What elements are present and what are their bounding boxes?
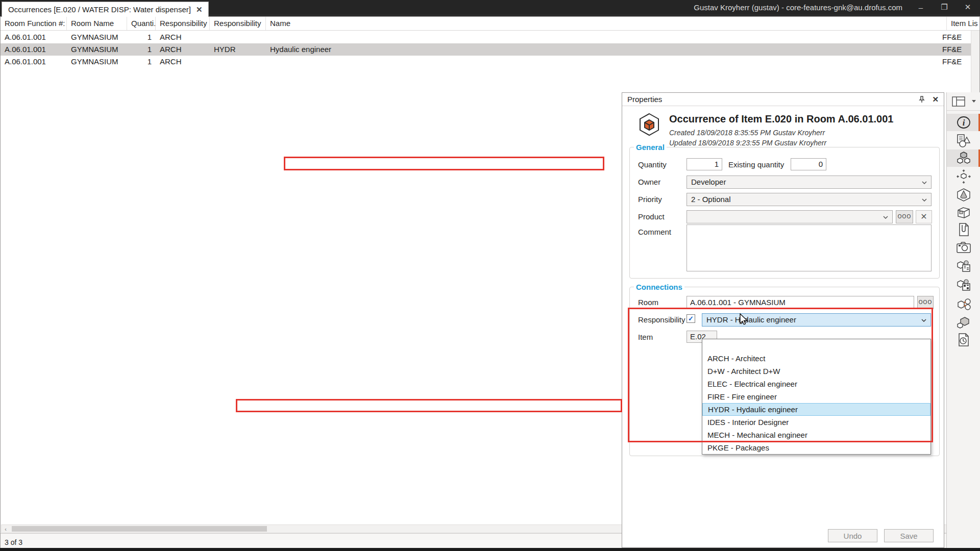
product-box-icon[interactable] — [947, 204, 980, 221]
product-clear-button[interactable]: ✕ — [916, 210, 932, 223]
item-data-sheet-icon[interactable] — [947, 132, 980, 149]
general-section-label: General — [634, 143, 667, 152]
dropdown-option[interactable] — [702, 339, 930, 352]
dropdown-option[interactable]: IDES - Interior Designer — [702, 416, 930, 429]
occurrences-panel: Occurrences [E.020 / WATER DISP: Water d… — [0, 266, 381, 453]
matrix-icon[interactable] — [947, 277, 980, 294]
room-browse-button[interactable]: OOO — [917, 296, 934, 309]
close-tab-icon[interactable]: ✕ — [196, 3, 203, 17]
created-label: Created 18/09/2018 8:35:55 PM Gustav Kro… — [669, 129, 825, 137]
dropdown-option[interactable]: D+W - Architect D+W — [702, 365, 930, 378]
occurrence-images-icon[interactable] — [947, 239, 980, 256]
priority-label: Priority — [638, 195, 662, 204]
product-cone-icon[interactable] — [947, 186, 980, 204]
quantity-label: Quantity — [638, 160, 667, 169]
close-panel-icon[interactable]: ✕ — [932, 95, 939, 104]
panel-layout-icon[interactable] — [952, 96, 965, 107]
connections-section-label: Connections — [634, 283, 684, 291]
sub-items-icon[interactable] — [947, 314, 980, 331]
responsibility-label: Responsibility — [638, 315, 685, 324]
product-label: Product — [638, 212, 665, 221]
properties-title: Properties — [627, 95, 662, 104]
properties-view-toolbar: i — [946, 92, 980, 548]
scroll-left-icon[interactable]: ‹ — [2, 525, 10, 533]
history-icon[interactable] — [947, 331, 980, 348]
occurrence-attachments-icon[interactable] — [947, 221, 980, 238]
dropdown-option[interactable]: ELEC - Electrical engineer — [702, 378, 930, 390]
svg-text:i: i — [963, 118, 965, 128]
quantity-field[interactable]: 1 — [687, 158, 722, 170]
room-label: Room — [638, 298, 658, 307]
product-select[interactable] — [687, 210, 893, 223]
priority-select[interactable]: 2 - Optional — [687, 193, 932, 206]
occurrence-table-row[interactable]: A.06.01.001 GYMNASIUM 1 ARCH FF&E — [1, 31, 971, 43]
occurrences-count: 3 of 3 — [5, 538, 22, 546]
item-label: Item — [638, 333, 653, 341]
responsibility-select[interactable]: HYDR - Hydaulic engineer — [702, 313, 931, 327]
panel-layout-caret-icon[interactable] — [972, 100, 976, 103]
transform-icon[interactable] — [947, 168, 980, 185]
dropdown-option[interactable]: PKGE - Packages — [702, 441, 930, 454]
comment-textarea[interactable] — [687, 224, 932, 271]
room-field[interactable]: A.06.01.001 - GYMNASIUM — [687, 296, 914, 309]
occurrence-icon — [638, 112, 661, 137]
undo-button[interactable]: Undo — [828, 529, 877, 542]
dropdown-option[interactable]: MECH - Mechanical engineer — [702, 429, 930, 441]
occurrence-table-row[interactable]: A.06.01.001 GYMNASIUM 1 ARCH FF&E — [1, 56, 971, 68]
info-icon[interactable]: i — [947, 114, 980, 131]
save-button[interactable]: Save — [884, 529, 934, 542]
properties-panel: Properties ✕ Occurrence of Item E.020 in… — [622, 92, 944, 548]
window-bottom-edge — [0, 548, 980, 551]
responsibility-dropdown: ARCH - ArchitectD+W - Architect D+WELEC … — [702, 339, 931, 455]
responsibility-checkbox[interactable]: ✓ — [687, 314, 695, 323]
owner-select[interactable]: Developer — [687, 176, 932, 189]
classification-icon[interactable] — [947, 258, 980, 275]
dropdown-option[interactable]: ARCH - Architect — [702, 352, 930, 365]
occurrences-tab[interactable]: Occurrences [E.020 / WATER DISP: Water d… — [2, 2, 209, 17]
product-browse-button[interactable]: OOO — [896, 210, 913, 223]
connections-icon[interactable] — [947, 295, 980, 313]
pin-icon[interactable] — [919, 96, 925, 103]
comment-label: Comment — [638, 228, 671, 236]
existing-quantity-field[interactable]: 0 — [791, 158, 826, 170]
occurrence-table-row[interactable]: A.06.01.001 GYMNASIUM 1 ARCH HYDR Hydaul… — [1, 43, 971, 56]
drofus-window: dRofus [Core Features - Core Features] 2… — [0, 0, 980, 551]
occurrence-items-icon[interactable] — [947, 149, 980, 167]
dropdown-option[interactable]: FIRE - Fire engineer — [702, 390, 930, 403]
occurrence-header: Occurrence of Item E.020 in Room A.06.01… — [669, 113, 893, 125]
existing-quantity-label: Existing quantity — [728, 160, 784, 169]
owner-label: Owner — [638, 178, 660, 186]
occurrences-table-header[interactable]: Room Function #: Room Name Quanti... Res… — [1, 17, 979, 31]
dropdown-option[interactable]: HYDR - Hydaulic engineer — [702, 403, 930, 416]
